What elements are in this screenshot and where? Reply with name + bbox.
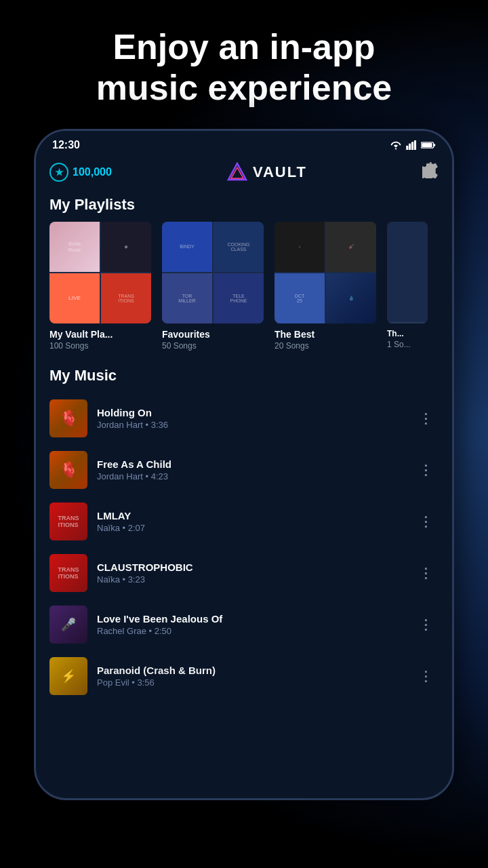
track-thumbnail-5: 🎤	[49, 606, 87, 644]
playlist-name-1: My Vault Pla...	[49, 329, 151, 340]
track-artist-5: Rachel Grae	[97, 626, 146, 636]
status-time: 12:30	[52, 139, 80, 151]
cover-cell	[387, 222, 428, 321]
page-header: Enjoy an in-app music experience	[56, 0, 432, 129]
signal-icon	[406, 140, 417, 150]
track-more-button-4[interactable]: ⋮	[413, 562, 439, 584]
thumb-heart-2: 🫀	[49, 451, 87, 489]
cover-cell: 💧	[326, 273, 376, 323]
track-title-5: Love I've Been Jealous Of	[97, 613, 404, 625]
cover-cell: LIVE	[49, 273, 100, 323]
music-info-3: LMLAY Naïka • 2:07	[97, 510, 404, 533]
cover-cell: ♪	[274, 222, 325, 272]
battery-icon	[421, 141, 436, 149]
music-item-5[interactable]: 🎤 Love I've Been Jealous Of Rachel Grae …	[36, 599, 452, 650]
track-duration-6: 3:56	[138, 677, 155, 688]
music-info-6: Paranoid (Crash & Burn) Pop Evil • 3:56	[97, 665, 404, 688]
playlist-name-3: The Best	[274, 329, 376, 340]
track-more-button-3[interactable]: ⋮	[413, 511, 439, 532]
track-more-button-6[interactable]: ⋮	[413, 665, 439, 687]
app-content: ★ 100,000 VAULT My Playlists	[36, 157, 452, 790]
playlist-item-3[interactable]: ♪ 🎸 OCT25 💧 The Best 20 Songs	[274, 222, 376, 351]
track-duration-4: 3:23	[128, 574, 145, 585]
vault-logo-icon	[227, 162, 247, 182]
track-duration-3: 2:07	[128, 523, 145, 533]
cover-cell: BINDY	[162, 222, 212, 272]
playlist-item-4[interactable]: Th... 1 So...	[387, 222, 428, 351]
music-info-1: Holding On Jordan Hart • 3:36	[97, 407, 404, 430]
track-thumbnail-6: ⚡	[49, 657, 87, 695]
cover-cell: COOKINGCLASS	[214, 222, 264, 272]
playlist-count-1: 100 Songs	[49, 341, 151, 351]
cover-cell: 🎸	[326, 222, 376, 272]
status-bar: 12:30	[36, 131, 452, 157]
music-info-5: Love I've Been Jealous Of Rachel Grae • …	[97, 613, 404, 636]
playlists-section-title: My Playlists	[36, 191, 452, 222]
playlist-cover-3: ♪ 🎸 OCT25 💧	[274, 222, 376, 323]
track-more-button-1[interactable]: ⋮	[413, 408, 439, 429]
playlist-count-3: 20 Songs	[274, 341, 376, 351]
points-star-icon: ★	[49, 163, 68, 182]
svg-rect-5	[434, 144, 436, 146]
track-meta-3: Naïka • 2:07	[97, 523, 404, 533]
track-separator-6: •	[131, 677, 137, 688]
svg-rect-2	[411, 142, 413, 150]
music-info-4: CLAUSTROPHOBIC Naïka • 3:23	[97, 561, 404, 585]
music-item-3[interactable]: TRANSITIONS LMLAY Naïka • 2:07 ⋮	[36, 496, 452, 547]
logo-area: VAULT	[227, 162, 307, 182]
thumb-red-3: TRANSITIONS	[49, 502, 87, 540]
playlist-item-1[interactable]: BellaRose ● LIVE TRANSITIONS My Vault Pl…	[49, 222, 151, 351]
svg-marker-7	[228, 163, 246, 180]
cover-cell: TORMILLER	[162, 273, 212, 323]
track-separator-2: •	[146, 471, 151, 481]
wifi-icon	[390, 140, 402, 150]
track-meta-2: Jordan Hart • 4:23	[97, 471, 404, 481]
track-title-4: CLAUSTROPHOBIC	[97, 561, 404, 573]
playlist-cover-2: BINDY COOKINGCLASS TORMILLER TELEPHONE	[162, 222, 264, 323]
thumb-yellow-6: ⚡	[49, 657, 87, 695]
thumb-red-4: TRANSITIONS	[49, 554, 87, 592]
track-more-button-5[interactable]: ⋮	[413, 614, 439, 635]
playlist-item-2[interactable]: BINDY COOKINGCLASS TORMILLER TELEPHONE F…	[162, 222, 264, 351]
track-thumbnail-2: 🫀	[49, 451, 87, 489]
track-thumbnail-4: TRANSITIONS	[49, 554, 87, 592]
points-value: 100,000	[73, 166, 112, 178]
track-meta-6: Pop Evil • 3:56	[97, 677, 404, 688]
playlist-cover-1: BellaRose ● LIVE TRANSITIONS	[49, 222, 151, 323]
track-separator-5: •	[149, 626, 155, 636]
svg-rect-6	[422, 143, 432, 147]
playlist-count-4: 1 So...	[387, 340, 428, 349]
track-title-6: Paranoid (Crash & Burn)	[97, 665, 404, 676]
track-duration-5: 2:50	[155, 626, 171, 636]
thumb-heart-1: 🫀	[49, 399, 87, 437]
header-line2: music experience	[96, 68, 392, 107]
track-thumbnail-1: 🫀	[49, 399, 87, 437]
thumb-purple-5: 🎤	[49, 606, 87, 644]
cover-cell: BellaRose	[49, 222, 100, 272]
track-separator-1: •	[146, 420, 151, 430]
track-title-2: Free As A Child	[97, 458, 404, 470]
track-thumbnail-3: TRANSITIONS	[49, 502, 87, 540]
svg-rect-3	[414, 140, 416, 150]
track-meta-4: Naïka • 3:23	[97, 574, 404, 585]
settings-button[interactable]	[422, 162, 439, 182]
track-duration-2: 4:23	[151, 471, 168, 481]
music-item-4[interactable]: TRANSITIONS CLAUSTROPHOBIC Naïka • 3:23 …	[36, 547, 452, 599]
playlist-name-4: Th...	[387, 329, 428, 338]
music-info-2: Free As A Child Jordan Hart • 4:23	[97, 458, 404, 481]
playlist-name-2: Favourites	[162, 329, 264, 340]
playlists-scroll[interactable]: BellaRose ● LIVE TRANSITIONS My Vault Pl…	[36, 222, 452, 361]
track-more-button-2[interactable]: ⋮	[413, 459, 439, 481]
svg-rect-0	[406, 145, 408, 149]
track-duration-1: 3:36	[151, 420, 168, 430]
svg-rect-1	[409, 143, 411, 149]
cover-cell: OCT25	[274, 273, 325, 323]
music-section-title: My Music	[36, 361, 452, 393]
music-item-6[interactable]: ⚡ Paranoid (Crash & Burn) Pop Evil • 3:5…	[36, 650, 452, 702]
track-meta-5: Rachel Grae • 2:50	[97, 626, 404, 636]
music-item-1[interactable]: 🫀 Holding On Jordan Hart • 3:36 ⋮	[36, 393, 452, 444]
track-artist-6: Pop Evil	[97, 677, 129, 688]
track-separator-4: •	[123, 574, 128, 585]
music-item-2[interactable]: 🫀 Free As A Child Jordan Hart • 4:23 ⋮	[36, 444, 452, 496]
vault-logo-text: VAULT	[253, 163, 307, 181]
